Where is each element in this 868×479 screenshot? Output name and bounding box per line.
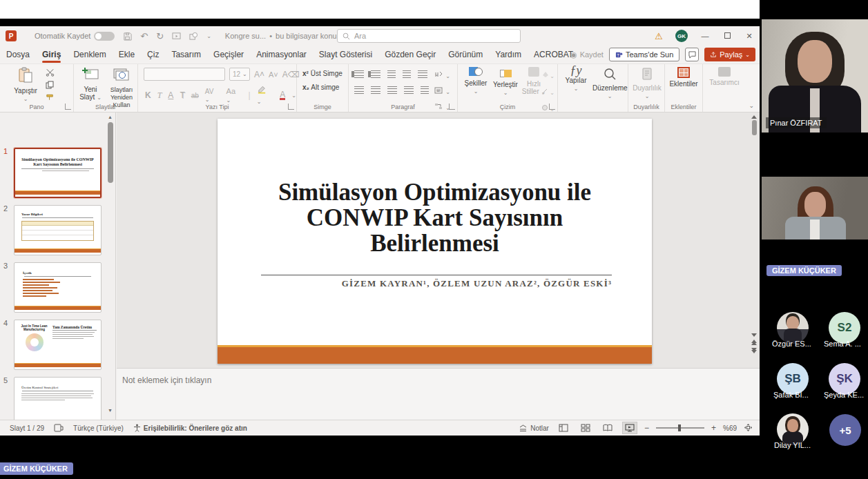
highlight-color-button[interactable]: ⌄ [257, 85, 274, 106]
display-settings-icon[interactable] [54, 424, 64, 432]
slide-canvas[interactable]: Simülasyon Optimizasyonu ile CONWIP Kart… [218, 119, 652, 364]
align-text-icon[interactable]: ⌄ [434, 84, 450, 97]
minimize-button[interactable]: — [700, 32, 710, 40]
decrease-indent-icon[interactable] [387, 70, 396, 78]
document-title[interactable]: Kongre su... [225, 32, 266, 40]
format-painter-icon[interactable] [46, 93, 55, 101]
accessibility-status[interactable]: Erişilebilirlik: Önerilere göz atın [133, 424, 247, 432]
structures-button[interactable]: ƒy Yapılar⌄ [561, 67, 591, 92]
zoom-slider-thumb[interactable] [678, 424, 681, 431]
decrease-font-icon[interactable]: A˅ [269, 70, 278, 79]
shadow-button[interactable]: T [180, 90, 184, 100]
previous-slide-button[interactable] [750, 340, 758, 345]
maximize-button[interactable] [722, 32, 732, 40]
shapes-button[interactable]: Şekiller⌄ [462, 67, 490, 95]
slide-authors[interactable]: GİZEM KAYRAN¹, ÖZLEM UZUN ARAZ², ÖZGÜR E… [261, 278, 612, 289]
italic-button[interactable]: T [157, 90, 162, 101]
font-dialog-launcher[interactable] [288, 104, 294, 110]
paragraph-dialog-launcher[interactable] [449, 104, 455, 110]
zoom-in-button[interactable]: + [711, 423, 716, 433]
tab-giris[interactable]: Giriş [36, 46, 67, 63]
font-size-select[interactable]: 12 ⌄ [229, 68, 250, 81]
bold-button[interactable]: K [145, 90, 151, 100]
slide-thumbnail-2[interactable]: Yazar Bilgileri [14, 205, 102, 255]
change-case-button[interactable]: Aa ⌄ [226, 87, 242, 104]
notes-pane[interactable]: Not eklemek için tıklayın [117, 368, 760, 420]
qat-more-icon[interactable]: ⌄ [206, 33, 211, 39]
slide-thumbnail-5[interactable]: Üretim Kontrol Stratejileri [14, 377, 102, 420]
close-button[interactable]: ✕ [744, 32, 754, 41]
superscript-button[interactable]: x² Üst Simge [302, 70, 343, 77]
collapse-ribbon-icon[interactable]: ⌄ [749, 102, 754, 109]
notes-toggle-button[interactable]: Notlar [519, 424, 549, 432]
align-center-icon[interactable] [371, 86, 380, 94]
zoom-slider[interactable] [656, 427, 704, 429]
shapes-icon[interactable] [189, 32, 198, 41]
tab-gozden-gecir[interactable]: Gözden Geçir [378, 46, 442, 63]
character-spacing-button[interactable]: AV ⌄ [205, 88, 220, 103]
pano-dialog-launcher[interactable] [65, 104, 71, 110]
tab-animasyonlar[interactable]: Animasyonlar [250, 46, 313, 63]
tab-yardim[interactable]: Yardım [489, 46, 528, 63]
zoom-out-button[interactable]: − [644, 423, 649, 433]
increase-font-icon[interactable]: A˄ [254, 70, 264, 79]
paste-button[interactable]: Yapıştır ⌄ [10, 67, 41, 103]
arrange-button[interactable]: Yerleştir⌄ [491, 67, 520, 97]
scroll-up-icon[interactable] [751, 115, 757, 119]
overflow-participants-button[interactable]: +5 [829, 414, 861, 446]
save-icon[interactable] [123, 32, 132, 41]
bullets-icon[interactable] [354, 70, 364, 78]
editing-button[interactable]: Düzenleme⌄ [592, 67, 627, 100]
redo-icon[interactable]: ↻ [156, 31, 164, 41]
warning-icon[interactable]: ⚠ [655, 31, 663, 41]
tab-denklem[interactable]: Denklem [67, 46, 112, 63]
align-left-icon[interactable] [354, 86, 364, 94]
subscript-button[interactable]: x₂ Alt simge [302, 84, 339, 91]
autosave-toggle[interactable] [94, 32, 115, 41]
slideshow-icon[interactable] [172, 32, 181, 41]
strikethrough-button[interactable]: ab [191, 92, 199, 99]
normal-view-button[interactable] [556, 422, 571, 434]
account-avatar[interactable]: GK [675, 30, 688, 42]
tab-ekle[interactable]: Ekle [113, 46, 141, 63]
scrollbar-thumb[interactable] [752, 120, 757, 135]
reuse-slides-button[interactable]: Slaytları Yeniden Kullan [106, 67, 137, 109]
new-slide-button[interactable]: Yeni Slayt ⌄ [75, 67, 106, 101]
zoom-level[interactable]: %69 [723, 424, 737, 432]
underline-button[interactable]: A [168, 90, 173, 100]
reading-view-button[interactable] [600, 422, 615, 434]
tab-gecisler[interactable]: Geçişler [207, 46, 250, 63]
record-button[interactable]: ◉Kaydet [570, 50, 604, 59]
text-direction-icon[interactable]: ⌄ [434, 68, 450, 81]
undo-icon[interactable]: ↶ [140, 31, 148, 41]
line-spacing-icon[interactable] [418, 70, 427, 78]
font-color-button[interactable]: A [280, 91, 285, 100]
slide-thumbnail-4[interactable]: Just In Time Lean Manufacturing Tam Zama… [14, 320, 102, 370]
cut-icon[interactable] [46, 68, 55, 77]
shape-outline-icon[interactable]: ⌄ [541, 85, 554, 97]
addins-button[interactable]: Eklentiler [667, 67, 700, 88]
font-name-select[interactable] [144, 68, 225, 81]
share-button[interactable]: Paylaş ⌄ [704, 48, 755, 61]
increase-indent-icon[interactable] [403, 70, 411, 78]
slide-title[interactable]: Simülasyon Optimizasyonu ile CONWIP Kart… [245, 179, 624, 256]
tab-gorunum[interactable]: Görünüm [442, 46, 489, 63]
slide-thumbnail-1[interactable]: Simülasyon Optimizasyonu ile CONWIP Kart… [14, 148, 102, 198]
comments-button[interactable] [685, 48, 699, 61]
slide-thumbnail-3[interactable]: İçerik [14, 262, 102, 313]
participant-video-1[interactable]: Pınar ÖZFIRAT [762, 19, 868, 133]
copy-icon[interactable] [46, 81, 54, 89]
slide-sorter-view-button[interactable] [578, 422, 593, 434]
next-slide-button[interactable] [750, 348, 758, 353]
columns-icon[interactable] [421, 86, 429, 94]
tab-dosya[interactable]: Dosya [0, 46, 36, 63]
designer-button[interactable]: Tasarımcı [707, 67, 742, 86]
thumb-scroll-up-icon[interactable]: ▲ [108, 115, 113, 119]
thumb-scroll-down-icon[interactable]: ▼ [108, 408, 113, 413]
search-input[interactable]: Ara [337, 29, 521, 43]
font-color-chevron-icon[interactable]: ⌄ [291, 92, 296, 99]
drawing-dialog-launcher[interactable] [549, 104, 555, 110]
scroll-down-icon[interactable] [751, 333, 757, 337]
editor-scrollbar[interactable] [750, 114, 758, 366]
teams-present-button[interactable]: T Teams'de Sun [609, 48, 679, 61]
